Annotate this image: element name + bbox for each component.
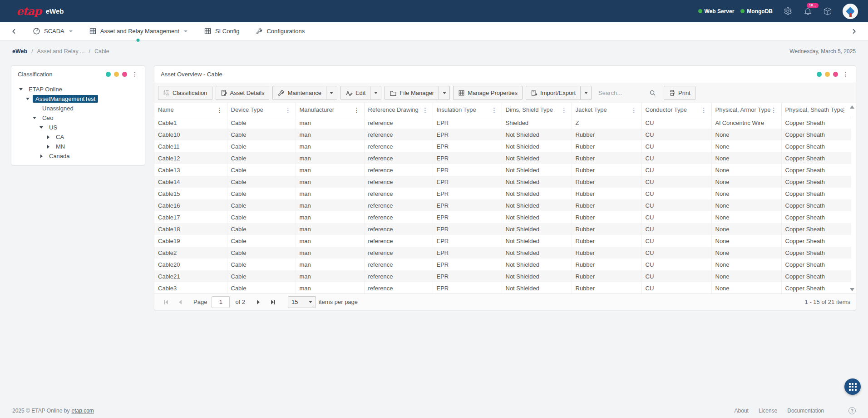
footer-link-about[interactable]: About <box>735 408 749 414</box>
footer-link-documentation[interactable]: Documentation <box>787 408 824 414</box>
table-cell: Cable21 <box>154 270 227 282</box>
app-launcher-button[interactable] <box>844 378 861 395</box>
table-row[interactable]: Cable17CablemanreferenceEPRNot ShieldedR… <box>154 211 851 223</box>
table-row[interactable]: Cable18CablemanreferenceEPRNot ShieldedR… <box>154 223 851 235</box>
column-header-physical-armor-type[interactable]: Physical, Armor Type⋮ <box>711 103 781 117</box>
tree-node-geo[interactable]: Geo <box>15 113 141 123</box>
tree-node-assetmanagementtest[interactable]: AssetManagementTest <box>15 94 141 104</box>
notifications-bell-icon[interactable]: 10... <box>803 6 813 16</box>
tree-node-mn[interactable]: MN <box>15 142 141 151</box>
nav-item-configurations[interactable]: Configurations <box>249 22 311 40</box>
table-row[interactable]: Cable20CablemanreferenceEPRNot ShieldedR… <box>154 259 851 270</box>
tree-expanded-icon[interactable] <box>31 117 38 119</box>
nav-item-asset-and-relay-management[interactable]: Asset and Relay Management <box>83 22 194 40</box>
tree-collapsed-icon[interactable] <box>45 135 51 139</box>
asset-details-button[interactable]: Asset Details <box>216 86 270 100</box>
column-header-physical-sheath-type[interactable]: Physical, Sheath Type⋮ <box>781 103 851 117</box>
breadcrumb-home[interactable]: eWeb <box>12 48 27 55</box>
column-header-name[interactable]: Name⋮ <box>154 103 227 117</box>
column-header-device-type[interactable]: Device Type⋮ <box>227 103 296 117</box>
tree-node-us[interactable]: US <box>15 123 141 132</box>
nav-back-chevron-icon[interactable] <box>8 25 20 37</box>
column-menu-kebab-icon[interactable]: ⋮ <box>352 107 361 113</box>
last-page-button[interactable] <box>267 296 279 308</box>
etap-com-link[interactable]: etap.com <box>71 408 94 414</box>
table-cell: None <box>711 247 781 259</box>
classification-button[interactable]: Classification <box>158 86 212 100</box>
scroll-up-icon[interactable] <box>850 105 854 109</box>
user-avatar[interactable] <box>843 4 858 19</box>
table-row[interactable]: Cable14CablemanreferenceEPRNot ShieldedR… <box>154 176 851 188</box>
maintenance-button[interactable]: Maintenance <box>272 86 326 100</box>
tree-expanded-icon[interactable] <box>18 88 24 90</box>
table-row[interactable]: Cable12CablemanreferenceEPRNot ShieldedR… <box>154 152 851 164</box>
tree-collapsed-icon[interactable] <box>45 145 51 149</box>
search-input[interactable] <box>598 90 648 96</box>
column-header-jacket-type[interactable]: Jacket Type⋮ <box>572 103 641 117</box>
table-row[interactable]: Cable2CablemanreferenceEPRNot ShieldedRu… <box>154 247 851 259</box>
table-cell: EPR <box>433 176 502 188</box>
footer-link-license[interactable]: License <box>759 408 777 414</box>
tree-node-ca[interactable]: CA <box>15 132 141 142</box>
scroll-down-icon[interactable] <box>850 288 854 291</box>
file-manager-dropdown-button[interactable] <box>439 86 450 100</box>
panel-menu-kebab-icon[interactable]: ⋮ <box>841 71 850 78</box>
table-row[interactable]: Cable13CablemanreferenceEPRNot ShieldedR… <box>154 164 851 176</box>
table-row[interactable]: Cable15CablemanreferenceEPRNot ShieldedR… <box>154 188 851 199</box>
tree-node-unassigned[interactable]: Unassigned <box>15 104 141 113</box>
column-menu-kebab-icon[interactable]: ⋮ <box>560 107 569 113</box>
panel-menu-kebab-icon[interactable]: ⋮ <box>130 71 139 78</box>
column-menu-kebab-icon[interactable]: ⋮ <box>284 107 293 113</box>
nav-forward-chevron-icon[interactable] <box>848 25 860 37</box>
table-row[interactable]: Cable3CablemanreferenceEPRNot ShieldedRu… <box>154 282 851 294</box>
nav-item-si-config[interactable]: SI Config <box>197 22 246 40</box>
print-icon <box>669 90 676 96</box>
tree-node-canada[interactable]: Canada <box>15 151 141 161</box>
prev-page-button[interactable] <box>174 296 186 308</box>
column-menu-kebab-icon[interactable]: ⋮ <box>839 107 848 113</box>
column-header-insulation-type[interactable]: Insulation Type⋮ <box>433 103 502 117</box>
file-manager-button[interactable]: File Manager <box>385 86 439 100</box>
print-button[interactable]: Print <box>664 86 695 100</box>
table-row[interactable]: Cable11CablemanreferenceEPRNot ShieldedR… <box>154 140 851 152</box>
column-header-reference-drawing[interactable]: Reference Drawing⋮ <box>364 103 433 117</box>
column-menu-kebab-icon[interactable]: ⋮ <box>215 107 224 113</box>
import-export-button[interactable]: Import/Export <box>526 86 581 100</box>
tree-expanded-icon[interactable] <box>38 126 44 129</box>
column-menu-kebab-icon[interactable]: ⋮ <box>700 107 709 113</box>
vertical-scrollbar[interactable] <box>849 104 855 293</box>
import-export-dropdown-button[interactable] <box>581 86 592 100</box>
table-cell: Cable <box>227 152 296 164</box>
nav-item-scada[interactable]: SCADA <box>26 22 79 40</box>
column-header-conductor-type[interactable]: Conductor Type⋮ <box>641 103 711 117</box>
toolbar-button-label: Manage Properties <box>468 90 518 96</box>
settings-gear-icon[interactable] <box>783 6 793 16</box>
help-icon[interactable]: ? <box>848 407 856 414</box>
tree-collapsed-icon[interactable] <box>38 154 44 158</box>
column-menu-kebab-icon[interactable]: ⋮ <box>421 107 430 113</box>
first-page-button[interactable] <box>160 296 172 308</box>
manage-properties-button[interactable]: Manage Properties <box>453 86 523 100</box>
column-menu-kebab-icon[interactable]: ⋮ <box>490 107 499 113</box>
page-size-select[interactable]: 15 <box>288 296 316 308</box>
table-cell: EPR <box>433 117 502 129</box>
column-header-dims-shield-type[interactable]: Dims, Shield Type⋮ <box>502 103 572 117</box>
table-row[interactable]: Cable10CablemanreferenceEPRNot ShieldedR… <box>154 129 851 140</box>
column-header-manufacturer[interactable]: Manufacturer⋮ <box>296 103 364 117</box>
column-menu-kebab-icon[interactable]: ⋮ <box>630 107 639 113</box>
edit-dropdown-button[interactable] <box>370 86 381 100</box>
table-row[interactable]: Cable21CablemanreferenceEPRNot ShieldedR… <box>154 270 851 282</box>
breadcrumb-middle[interactable]: Asset and Relay ... <box>37 48 85 55</box>
page-number-input[interactable] <box>212 296 230 308</box>
apps-cube-icon[interactable] <box>823 6 833 16</box>
maintenance-dropdown-button[interactable] <box>326 86 337 100</box>
table-row[interactable]: Cable1CablemanreferenceEPRShieldedZCUAl … <box>154 117 851 129</box>
tree-node-etap online[interactable]: ETAP Online <box>15 85 141 94</box>
table-row[interactable]: Cable19CablemanreferenceEPRNot ShieldedR… <box>154 235 851 247</box>
tree-expanded-icon[interactable] <box>25 98 31 100</box>
edit-button[interactable]: Edit <box>340 86 370 100</box>
search-icon[interactable] <box>649 90 656 96</box>
column-menu-kebab-icon[interactable]: ⋮ <box>769 107 779 113</box>
table-row[interactable]: Cable16CablemanreferenceEPRNot ShieldedR… <box>154 199 851 211</box>
next-page-button[interactable] <box>252 296 264 308</box>
